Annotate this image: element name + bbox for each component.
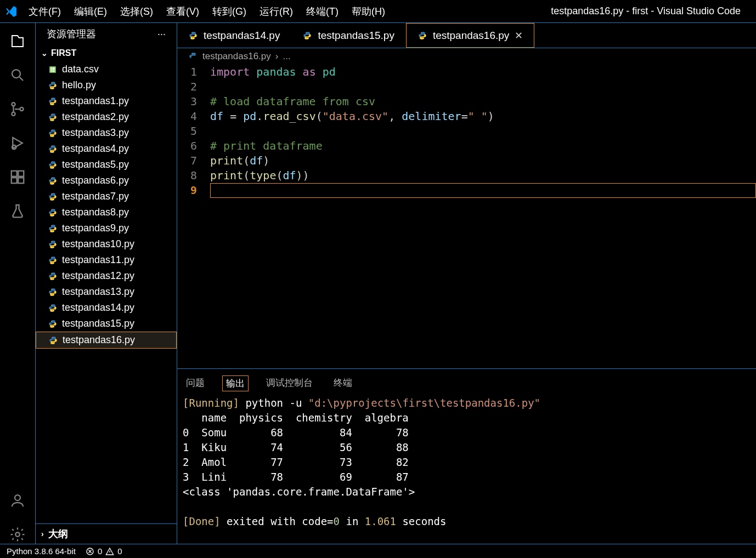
file-list: data.csvhello.pytestpandas1.pytestpandas… (36, 61, 177, 523)
panel-tab[interactable]: 输出 (222, 375, 249, 391)
problems-status[interactable]: 0 0 (86, 546, 122, 556)
menu-item[interactable]: 文件(F) (29, 5, 61, 18)
file-name: testpandas5.py (62, 159, 129, 170)
menu-item[interactable]: 转到(G) (212, 5, 246, 18)
file-item[interactable]: testpandas4.py (36, 141, 177, 157)
svg-point-28 (51, 162, 52, 162)
menu-item[interactable]: 查看(V) (166, 5, 199, 18)
svg-point-3 (20, 107, 23, 111)
output-panel[interactable]: [Running] python -u "d:\pyprojects\first… (177, 396, 756, 544)
file-name: testpandas7.py (62, 191, 129, 202)
file-name: testpandas8.py (62, 207, 129, 218)
code-content[interactable]: import pandas as pd # load dataframe fro… (210, 65, 756, 368)
svg-point-48 (51, 321, 52, 321)
file-name: testpandas3.py (62, 127, 129, 139)
file-item[interactable]: testpandas10.py (36, 236, 177, 252)
python-icon (48, 287, 58, 297)
close-icon[interactable]: ✕ (515, 30, 523, 42)
code-editor[interactable]: 123456789 import pandas as pd # load dat… (177, 65, 756, 368)
outline-section[interactable]: › 大纲 (36, 523, 177, 544)
file-item[interactable]: testpandas12.py (36, 268, 177, 284)
folder-name: FIRST (51, 48, 76, 58)
accounts-icon[interactable] (8, 491, 27, 510)
code-line[interactable]: # print dataframe (210, 139, 756, 153)
menu-item[interactable]: 运行(R) (259, 5, 293, 18)
python-icon (48, 240, 58, 249)
file-item[interactable]: testpandas16.py (36, 332, 177, 349)
python-icon (48, 192, 58, 202)
svg-point-38 (51, 241, 52, 242)
more-icon[interactable]: ··· (157, 29, 166, 40)
menu-item[interactable]: 编辑(E) (74, 5, 107, 18)
code-line[interactable]: df = pd.read_csv("data.csv", delimiter="… (210, 109, 756, 124)
menu-item[interactable]: 终端(T) (306, 5, 338, 18)
file-item[interactable]: testpandas1.py (36, 93, 177, 109)
activity-bar (0, 23, 36, 544)
explorer-icon[interactable] (8, 32, 27, 50)
file-item[interactable]: testpandas11.py (36, 252, 177, 268)
file-item[interactable]: testpandas7.py (36, 189, 177, 204)
file-item[interactable]: testpandas13.py (36, 284, 177, 300)
svg-point-31 (53, 183, 54, 184)
python-icon (48, 208, 58, 218)
tab-label: testpandas15.py (318, 30, 394, 42)
code-line[interactable] (210, 79, 756, 94)
svg-point-50 (52, 337, 52, 338)
code-line[interactable]: print(type(df)) (210, 168, 756, 183)
editor-tab[interactable]: testpandas16.py✕ (406, 23, 534, 48)
svg-point-46 (51, 305, 52, 305)
svg-point-51 (54, 343, 54, 343)
folder-header[interactable]: ⌄ FIRST (36, 45, 177, 61)
file-name: testpandas15.py (62, 318, 134, 329)
editor-tab[interactable]: testpandas14.py (177, 23, 291, 48)
file-item[interactable]: testpandas5.py (36, 157, 177, 173)
panel-tab[interactable]: 问题 (183, 375, 208, 391)
file-item[interactable]: testpandas2.py (36, 109, 177, 125)
python-version[interactable]: Python 3.8.6 64-bit (7, 546, 76, 556)
code-line[interactable] (210, 183, 756, 198)
title-bar: 文件(F)编辑(E)选择(S)查看(V)转到(G)运行(R)终端(T)帮助(H)… (0, 0, 756, 23)
python-icon (302, 31, 312, 41)
search-icon[interactable] (8, 66, 27, 84)
menu-item[interactable]: 帮助(H) (352, 5, 385, 18)
file-item[interactable]: testpandas15.py (36, 316, 177, 332)
menu-item[interactable]: 选择(S) (120, 5, 153, 18)
file-item[interactable]: testpandas9.py (36, 220, 177, 236)
settings-gear-icon[interactable] (8, 525, 27, 544)
source-control-icon[interactable] (8, 100, 27, 118)
svg-rect-14 (50, 71, 52, 72)
extensions-icon[interactable] (8, 168, 27, 186)
panel-tab[interactable]: 调试控制台 (263, 375, 316, 391)
testing-icon[interactable] (8, 202, 27, 220)
file-name: data.csv (62, 64, 99, 75)
breadcrumb[interactable]: testpandas16.py › ... (177, 48, 756, 65)
code-line[interactable] (210, 124, 756, 139)
file-name: testpandas10.py (62, 238, 134, 250)
file-item[interactable]: data.csv (36, 61, 177, 77)
svg-rect-12 (50, 67, 52, 69)
file-item[interactable]: testpandas6.py (36, 173, 177, 189)
code-line[interactable]: print(df) (210, 153, 756, 168)
run-debug-icon[interactable] (8, 134, 27, 152)
code-line[interactable]: # load dataframe from csv (210, 94, 756, 109)
csv-icon (48, 65, 58, 75)
panel-tabs: 问题输出调试控制台终端 (177, 369, 756, 396)
svg-point-34 (51, 209, 52, 210)
svg-point-53 (194, 38, 194, 38)
window-title: testpandas16.py - first - Visual Studio … (551, 5, 741, 17)
file-item[interactable]: testpandas14.py (36, 300, 177, 316)
svg-point-27 (53, 151, 54, 152)
status-bar: Python 3.8.6 64-bit 0 0 (0, 544, 756, 558)
svg-point-18 (51, 82, 52, 83)
file-item[interactable]: hello.py (36, 77, 177, 93)
svg-point-10 (15, 532, 20, 537)
breadcrumb-more: ... (283, 51, 290, 62)
svg-point-57 (423, 38, 424, 38)
svg-rect-16 (52, 69, 55, 70)
code-line[interactable]: import pandas as pd (210, 65, 756, 79)
file-item[interactable]: testpandas8.py (36, 204, 177, 220)
panel-tab[interactable]: 终端 (330, 375, 356, 391)
editor-tab[interactable]: testpandas15.py (291, 23, 405, 48)
file-item[interactable]: testpandas3.py (36, 125, 177, 141)
python-icon (48, 128, 58, 138)
